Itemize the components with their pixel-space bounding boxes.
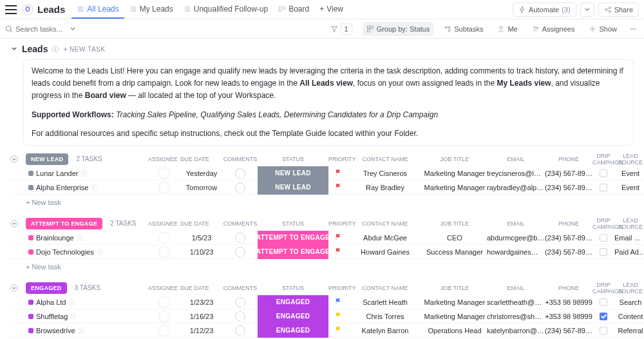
- email-cell[interactable]: abdurmcgee@brainlo: [487, 234, 545, 242]
- checkbox[interactable]: [600, 170, 607, 177]
- task-row[interactable]: Brainlounge 1/5/23 ATTEMPT TO ENGAGE Abd…: [10, 231, 644, 245]
- contact-name-cell[interactable]: Abdur McGee: [348, 234, 422, 242]
- show-button[interactable]: Show: [585, 22, 621, 36]
- column-header[interactable]: Due date: [180, 156, 223, 162]
- drip-cell[interactable]: [592, 313, 614, 320]
- job-title-cell[interactable]: Success Manager: [422, 248, 487, 256]
- email-cell[interactable]: treycisneros@lunarla: [487, 170, 545, 177]
- info-icon[interactable]: [52, 45, 59, 53]
- status-cell[interactable]: ATTEMPT TO ENGAGE: [258, 245, 328, 259]
- job-title-cell[interactable]: Marketing Manager: [422, 298, 487, 306]
- comments-cell[interactable]: [223, 325, 258, 336]
- task-row[interactable]: Alpha Ltd 1/23/23 ENGAGED Scarlett Heath…: [10, 295, 644, 309]
- status-cell[interactable]: ENGAGED: [258, 309, 328, 324]
- column-header[interactable]: Assignee: [148, 285, 180, 291]
- job-title-cell[interactable]: Marketing Manager: [422, 184, 487, 191]
- priority-flag-icon[interactable]: [334, 326, 342, 334]
- contact-name-cell[interactable]: Trey Cisneros: [348, 170, 422, 177]
- add-task-button[interactable]: + New task: [10, 259, 644, 275]
- column-header[interactable]: Lead Source: [614, 153, 644, 166]
- due-date-cell[interactable]: Tomorrow: [180, 184, 223, 191]
- contact-name-cell[interactable]: Chris Torres: [348, 313, 422, 320]
- priority-cell[interactable]: [328, 247, 348, 257]
- column-header[interactable]: Email: [487, 285, 545, 291]
- contact-name-cell[interactable]: Ray Bradley: [348, 184, 422, 191]
- column-header[interactable]: Comments: [223, 220, 258, 227]
- task-name-cell[interactable]: Shuffletag: [26, 313, 148, 320]
- new-task-button[interactable]: + New task: [63, 46, 105, 53]
- assignee-cell[interactable]: [148, 182, 180, 193]
- email-cell[interactable]: howardgaines@dojot: [487, 248, 545, 256]
- task-name-cell[interactable]: Brainlounge: [26, 234, 148, 242]
- space-avatar[interactable]: O: [22, 4, 33, 15]
- job-title-cell[interactable]: Marketing Manager: [422, 170, 487, 177]
- column-header[interactable]: Drip Campaign: [592, 217, 614, 230]
- drip-cell[interactable]: [592, 298, 614, 306]
- column-header[interactable]: Due date: [180, 285, 223, 291]
- task-name-cell[interactable]: Lunar Lander: [26, 170, 148, 177]
- priority-flag-icon[interactable]: [334, 233, 342, 241]
- due-date-cell[interactable]: 1/16/23: [180, 313, 223, 320]
- phone-cell[interactable]: (234) 567-8901: [545, 248, 592, 256]
- comments-cell[interactable]: [223, 297, 258, 307]
- checkbox[interactable]: [600, 248, 607, 256]
- column-header[interactable]: Phone: [545, 156, 592, 162]
- column-header[interactable]: Status: [258, 285, 328, 291]
- chevron-down-icon[interactable]: [10, 220, 18, 228]
- assignee-cell[interactable]: [148, 232, 180, 244]
- task-name-cell[interactable]: Alpha Ltd: [26, 298, 148, 306]
- column-header[interactable]: Contact Name: [348, 220, 422, 227]
- lead-source-cell[interactable]: Paid Adverti...: [614, 248, 644, 256]
- assignee-cell[interactable]: [148, 246, 180, 258]
- phone-cell[interactable]: (234) 567-8901: [545, 184, 592, 191]
- assignee-cell[interactable]: [148, 311, 180, 322]
- email-cell[interactable]: katelynbarron@brows: [487, 327, 545, 334]
- task-name-cell[interactable]: Dojo Technologies: [26, 248, 148, 256]
- chevron-down-icon[interactable]: [10, 45, 18, 53]
- tab-my-leads[interactable]: My Leads: [124, 0, 178, 19]
- priority-flag-icon[interactable]: [334, 183, 342, 191]
- column-header[interactable]: Priority: [328, 220, 348, 227]
- column-header[interactable]: Contact Name: [348, 156, 422, 162]
- contact-name-cell[interactable]: Howard Gaines: [348, 248, 422, 256]
- task-row[interactable]: Lunar Lander Yesterday NEW LEAD Trey Cis…: [10, 166, 644, 180]
- status-chip[interactable]: ATTEMPT TO ENGAGE: [26, 218, 102, 229]
- automate-dropdown[interactable]: [580, 3, 594, 17]
- menu-icon[interactable]: [5, 5, 17, 14]
- status-cell[interactable]: ATTEMPT TO ENGAGE: [258, 231, 328, 245]
- priority-flag-icon[interactable]: [334, 312, 342, 320]
- column-header[interactable]: Email: [487, 156, 545, 162]
- subtasks-button[interactable]: Subtasks: [440, 22, 487, 36]
- assignee-cell[interactable]: [148, 296, 180, 308]
- contact-name-cell[interactable]: Scarlett Heath: [348, 298, 422, 306]
- phone-cell[interactable]: +353 98 98999: [545, 313, 592, 320]
- lead-source-cell[interactable]: Event: [614, 170, 644, 177]
- job-title-cell[interactable]: Operations Head: [422, 327, 487, 334]
- checkbox[interactable]: [600, 234, 607, 242]
- automate-button[interactable]: Automate (3): [513, 3, 576, 17]
- column-header[interactable]: Lead Source: [614, 282, 644, 295]
- column-header[interactable]: Phone: [545, 220, 592, 227]
- lead-source-cell[interactable]: Event: [614, 184, 644, 191]
- lead-source-cell[interactable]: Search: [614, 298, 644, 306]
- column-header[interactable]: Comments: [223, 156, 258, 162]
- priority-cell[interactable]: [328, 169, 348, 178]
- column-header[interactable]: Comments: [223, 285, 258, 291]
- phone-cell[interactable]: +353 98 98999: [545, 298, 592, 306]
- comments-cell[interactable]: [223, 182, 258, 193]
- job-title-cell[interactable]: CEO: [422, 234, 487, 242]
- phone-cell[interactable]: (234) 567-8901: [545, 327, 592, 334]
- lead-source-cell[interactable]: Content: [614, 313, 644, 320]
- filter-button[interactable]: 1: [327, 22, 356, 36]
- priority-flag-icon[interactable]: [334, 247, 342, 255]
- checkbox[interactable]: [600, 327, 607, 334]
- drip-cell[interactable]: [592, 327, 614, 334]
- phone-cell[interactable]: (234) 567-8901: [545, 234, 592, 242]
- column-header[interactable]: Drip Campaign: [592, 282, 614, 295]
- comments-cell[interactable]: [223, 311, 258, 322]
- tab-board[interactable]: Board: [273, 0, 314, 19]
- more-button[interactable]: [627, 22, 639, 36]
- me-button[interactable]: Me: [493, 22, 521, 36]
- column-header[interactable]: Assignee: [148, 220, 180, 227]
- job-title-cell[interactable]: Marketing Manager: [422, 313, 487, 320]
